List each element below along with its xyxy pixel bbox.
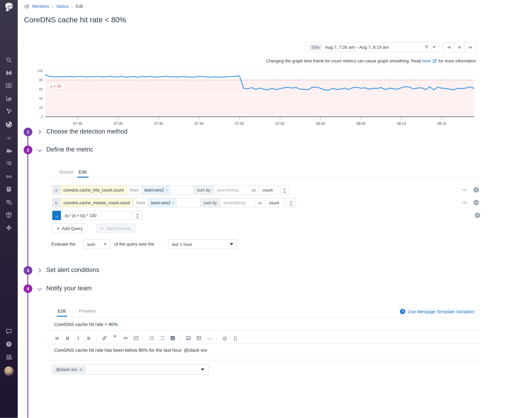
- pin-timeframe-icon[interactable]: [424, 45, 429, 50]
- plus-icon: +: [57, 226, 60, 231]
- add-formula-button[interactable]: + Add Formula: [96, 223, 135, 233]
- image-icon[interactable]: [185, 335, 191, 341]
- events-icon[interactable]: [5, 82, 12, 89]
- evaluate-function-value: sum: [87, 242, 95, 247]
- section-3-title[interactable]: Set alert conditions: [46, 266, 99, 274]
- org-icon[interactable]: [5, 354, 12, 361]
- task-list-icon[interactable]: [170, 335, 176, 341]
- message-title-input[interactable]: CoreDNS cache hit rate < 80%: [54, 322, 118, 327]
- monitor-preview-chart[interactable]: 02040608010007:3007:3507:4007:4507:5007:…: [34, 68, 474, 129]
- synthetics-icon[interactable]: [5, 173, 12, 180]
- metric-input[interactable]: coredns.cache_misses_count.count: [60, 198, 133, 207]
- mention-icon[interactable]: @: [222, 335, 228, 341]
- remove-query-icon[interactable]: ✕: [474, 187, 479, 192]
- integrations-icon[interactable]: [5, 147, 12, 154]
- remove-query-icon[interactable]: ✕: [474, 200, 479, 205]
- time-range-selector[interactable]: 53m Aug 7, 7:26 am – Aug 7, 8:19 am: [305, 42, 440, 52]
- breadcrumb-monitors[interactable]: Monitors: [32, 4, 49, 9]
- italic-icon[interactable]: I: [75, 335, 81, 341]
- markdown-toolbar: HBIS”</>12—@{{: [54, 333, 238, 343]
- sigma-functions-button[interactable]: ∑: [287, 198, 296, 207]
- section-1-title[interactable]: Choose the detection method: [46, 128, 128, 135]
- filter-tag: team:wre2 ×: [148, 198, 177, 207]
- query-letter: a: [52, 185, 60, 195]
- message-body-input[interactable]: CoreDNS cache hit rate has been below 80…: [54, 347, 207, 353]
- section-3-chevron-right-icon[interactable]: [37, 268, 42, 273]
- remove-recipient-icon[interactable]: ✕: [79, 367, 83, 372]
- time-backward-button[interactable]: [443, 43, 454, 52]
- sigma-functions-button[interactable]: ∑: [280, 185, 290, 195]
- formula-input[interactable]: (a / (a + b)) * 100: [61, 211, 131, 220]
- datadog-logo[interactable]: [3, 2, 15, 14]
- section-1-chevron-right-icon[interactable]: [37, 129, 42, 134]
- section-4-chevron-down-icon[interactable]: [37, 287, 42, 292]
- evaluate-function-select[interactable]: sum: [83, 239, 110, 249]
- network-icon[interactable]: [5, 224, 12, 231]
- code-view-icon[interactable]: </>: [462, 188, 467, 192]
- breadcrumb-status[interactable]: Status: [56, 4, 68, 9]
- time-play-button[interactable]: [454, 43, 465, 52]
- metric-input[interactable]: coredns.cache_hits_count.count: [60, 185, 127, 195]
- tab-message-edit[interactable]: Edit: [58, 308, 66, 314]
- numbered-list-icon[interactable]: 12: [159, 335, 165, 341]
- code-view-icon[interactable]: </>: [462, 200, 467, 205]
- plus-icon: +: [101, 226, 104, 231]
- section-4-title[interactable]: Notify your team: [46, 285, 92, 292]
- group-by-input[interactable]: (everything): [214, 185, 248, 195]
- notification-recipients-select[interactable]: @slack-sre ✕: [51, 364, 208, 375]
- remove-formula-icon[interactable]: ✕: [475, 213, 480, 218]
- monitors-icon[interactable]: [5, 121, 12, 128]
- heading-icon[interactable]: H: [54, 335, 60, 341]
- remove-filter-icon[interactable]: ×: [172, 200, 174, 205]
- processes-icon[interactable]: [5, 107, 12, 115]
- user-avatar[interactable]: [4, 366, 14, 376]
- log-explorer-icon[interactable]: [5, 199, 12, 206]
- section-2-title[interactable]: Define the metric: [46, 146, 93, 153]
- code-block-icon[interactable]: [133, 335, 139, 341]
- line-chart: 02040608010007:3007:3507:4007:4507:5007:…: [34, 68, 474, 129]
- chevron-down-icon[interactable]: [433, 46, 436, 48]
- metrics-icon[interactable]: [5, 95, 12, 102]
- strikethrough-icon[interactable]: S: [86, 335, 92, 341]
- group-by-input[interactable]: (everything): [220, 198, 255, 207]
- aggregator-select[interactable]: count: [266, 198, 285, 207]
- link-icon[interactable]: [101, 335, 107, 341]
- help-icon[interactable]: ?: [5, 341, 12, 348]
- section-1-badge: 1: [24, 128, 32, 136]
- chat-icon[interactable]: [5, 328, 12, 335]
- svg-text:2: 2: [160, 338, 161, 341]
- table-icon[interactable]: [196, 335, 202, 341]
- notice-text-after: for more information: [438, 59, 476, 63]
- logs-icon[interactable]: [5, 160, 12, 167]
- code-icon[interactable]: </>: [122, 335, 128, 341]
- filter-input[interactable]: team:wre2 ×: [142, 185, 194, 195]
- sigma-functions-button[interactable]: ∑: [133, 211, 142, 220]
- template-variable-icon[interactable]: {{: [232, 335, 238, 341]
- search-icon[interactable]: [5, 57, 12, 64]
- notebooks-icon[interactable]: [5, 186, 12, 193]
- tab-edit[interactable]: Edit: [79, 169, 87, 174]
- bold-icon[interactable]: B: [65, 335, 71, 341]
- svg-text:08:15: 08:15: [437, 122, 446, 126]
- bulleted-list-icon[interactable]: [148, 335, 155, 341]
- filter-input[interactable]: team:wre2 ×: [148, 198, 200, 207]
- as-label: as: [248, 185, 259, 195]
- aggregator-select[interactable]: count: [259, 185, 278, 195]
- formula-row: → (a / (a + b)) * 100 ∑: [52, 211, 142, 220]
- section-2-chevron-down-icon[interactable]: [37, 148, 42, 153]
- time-forward-button[interactable]: [465, 43, 476, 52]
- evaluate-window-select[interactable]: last 1 hour: [168, 239, 237, 249]
- add-query-button[interactable]: + Add Query: [52, 223, 87, 233]
- tab-source[interactable]: Source: [59, 169, 74, 174]
- svg-text:07:40: 07:40: [154, 122, 163, 126]
- horizontal-rule-icon[interactable]: —: [206, 335, 212, 341]
- watchdog-icon[interactable]: [5, 69, 12, 76]
- use-template-variables-link[interactable]: ? Use Message Template Variables: [400, 309, 474, 314]
- quote-icon[interactable]: ”: [112, 335, 118, 341]
- notice-here-link[interactable]: here: [422, 59, 431, 63]
- tab-message-preview[interactable]: Preview: [79, 308, 96, 314]
- remove-filter-icon[interactable]: ×: [166, 188, 168, 192]
- security-icon[interactable]: [5, 211, 12, 219]
- divider: [46, 317, 480, 317]
- apm-icon[interactable]: [5, 134, 12, 141]
